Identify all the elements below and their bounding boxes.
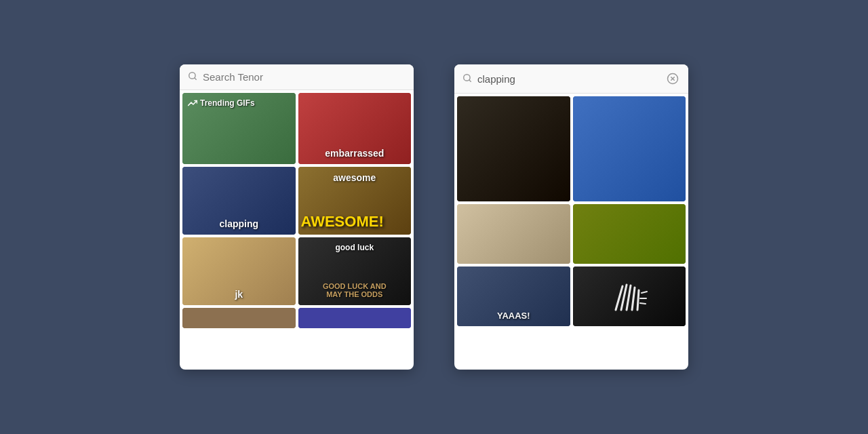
awesome-text: AWESOME! [301,213,384,231]
search-icon-left [188,71,197,83]
svg-line-10 [632,288,635,310]
awesome-label: awesome [333,172,376,183]
grid-left: Trending GIFs embarrassed clapping AWESO… [182,93,411,328]
gif-grid-left: Trending GIFs embarrassed clapping AWESO… [180,90,414,370]
hands-cell[interactable] [573,267,686,326]
left-panel: Trending GIFs embarrassed clapping AWESO… [180,64,414,370]
goodluck-text: GOOD LUCK ANDMAY THE ODDS [323,282,387,298]
search-input-right[interactable] [477,73,660,85]
svg-line-14 [640,303,646,304]
search-bar-right [454,64,688,94]
drphil-cell[interactable]: YAAAS! [457,267,570,326]
svg-line-12 [642,292,647,293]
leo-clapping-cell[interactable] [457,96,570,201]
right-panel: YAAAS! [454,64,688,370]
trending-icon-area: Trending GIFs [188,98,255,108]
jk-cell[interactable]: jk [182,237,296,305]
clapping-cell[interactable]: clapping [182,167,296,235]
goodluck-main-label: good luck [335,243,374,252]
crowd-cell[interactable] [457,204,570,264]
svg-line-3 [469,79,471,81]
embarrassed-label: embarrassed [325,148,384,159]
svg-line-9 [627,285,631,310]
awesome-cell[interactable]: AWESOME! awesome [298,167,412,235]
jk-label: jk [235,289,243,300]
search-icon-right [462,73,472,85]
svg-line-1 [195,78,197,80]
yaaas-label: YAAAS! [497,311,530,321]
grid-right: YAAAS! [457,96,686,326]
clear-search-button[interactable] [665,71,680,86]
row4a-cell[interactable] [182,308,296,328]
guy-clap-cell[interactable] [573,96,686,201]
row4b-cell[interactable] [298,308,412,328]
trending-gifs-cell[interactable]: Trending GIFs [182,93,296,164]
search-input-left[interactable] [203,71,406,83]
svg-line-11 [637,290,639,310]
search-bar-left [180,64,414,90]
dogs-cell[interactable] [573,204,686,264]
trending-label: Trending GIFs [200,98,255,108]
embarrassed-cell[interactable]: embarrassed [298,93,412,164]
clapping-label: clapping [219,218,258,229]
gif-grid-right: YAAAS! [454,94,688,370]
goodluck-cell[interactable]: good luck GOOD LUCK ANDMAY THE ODDS [298,237,412,305]
